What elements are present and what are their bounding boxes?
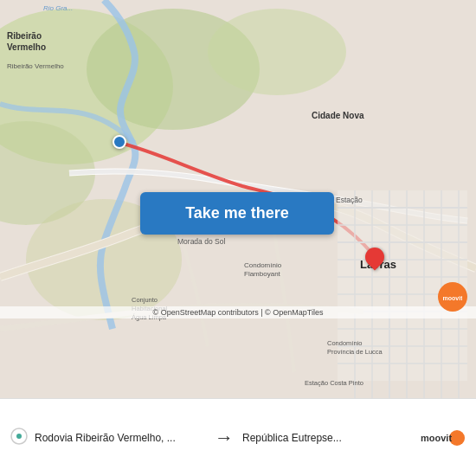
svg-text:moovit: moovit: [421, 433, 452, 443]
bottom-bar: Rodovia Ribeirão Vermelho, ... → Repúbli…: [0, 398, 476, 476]
route-from: Rodovia Ribeirão Vermelho, ...: [35, 432, 206, 444]
svg-text:moovit: moovit: [443, 295, 462, 301]
moovit-bottom-logo: moovit: [421, 429, 466, 447]
svg-point-4: [208, 9, 346, 95]
to-label: República Eutrepse...: [242, 432, 414, 444]
from-label: Rodovia Ribeirão Vermelho, ...: [35, 432, 206, 444]
route-arrow: →: [206, 427, 242, 449]
origin-marker: [113, 135, 126, 149]
destination-marker: [365, 248, 384, 267]
take-me-there-button[interactable]: Take me there: [140, 192, 334, 235]
openstreetmap-icon: [10, 428, 28, 448]
moovit-logo: moovit: [438, 282, 467, 312]
route-to: República Eutrepse...: [242, 432, 414, 444]
map-attribution: © OpenStreetMap contributors | © OpenMap…: [0, 306, 476, 318]
svg-point-27: [16, 434, 22, 439]
map-container: RibeirãoVermelho Ribeirão Vermelho Cidad…: [0, 0, 476, 398]
